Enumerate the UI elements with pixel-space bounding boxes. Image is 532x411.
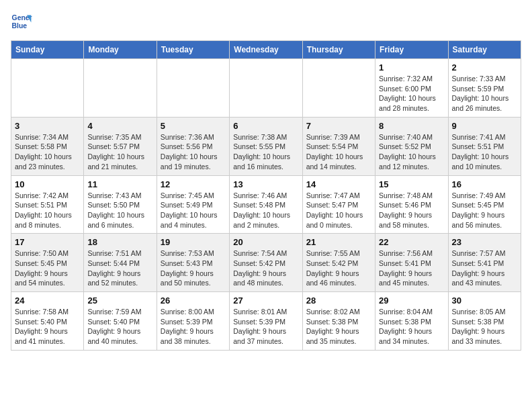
- day-info: Sunrise: 7:43 AM Sunset: 5:50 PM Dayligh…: [87, 191, 152, 230]
- day-info: Sunrise: 7:58 AM Sunset: 5:40 PM Dayligh…: [15, 307, 80, 347]
- calendar-cell: 22Sunrise: 7:56 AM Sunset: 5:41 PM Dayli…: [375, 234, 448, 292]
- day-number: 8: [379, 121, 444, 131]
- day-number: 19: [161, 237, 226, 247]
- calendar-cell: [302, 59, 375, 118]
- day-info: Sunrise: 7:35 AM Sunset: 5:57 PM Dayligh…: [87, 132, 152, 172]
- day-number: 29: [379, 295, 444, 306]
- day-number: 10: [15, 179, 80, 189]
- day-number: 1: [379, 62, 444, 73]
- calendar-week-row: 17Sunrise: 7:50 AM Sunset: 5:45 PM Dayli…: [11, 234, 521, 292]
- calendar-cell: 7Sunrise: 7:39 AM Sunset: 5:54 PM Daylig…: [302, 117, 375, 175]
- day-number: 14: [306, 179, 371, 189]
- calendar-cell: [230, 59, 302, 118]
- calendar-cell: 20Sunrise: 7:54 AM Sunset: 5:42 PM Dayli…: [230, 234, 302, 292]
- calendar-cell: 28Sunrise: 8:02 AM Sunset: 5:38 PM Dayli…: [302, 292, 375, 351]
- day-number: 6: [233, 121, 298, 131]
- weekday-header: Wednesday: [230, 41, 302, 59]
- calendar-table: SundayMondayTuesdayWednesdayThursdayFrid…: [11, 40, 521, 351]
- weekday-header: Tuesday: [157, 41, 229, 59]
- day-info: Sunrise: 7:59 AM Sunset: 5:40 PM Dayligh…: [87, 307, 152, 347]
- day-number: 7: [306, 121, 371, 131]
- day-info: Sunrise: 7:50 AM Sunset: 5:45 PM Dayligh…: [15, 248, 80, 288]
- calendar-cell: 29Sunrise: 8:04 AM Sunset: 5:38 PM Dayli…: [375, 292, 448, 351]
- calendar-cell: 12Sunrise: 7:45 AM Sunset: 5:49 PM Dayli…: [157, 175, 229, 234]
- day-number: 25: [87, 295, 152, 306]
- calendar-cell: 16Sunrise: 7:49 AM Sunset: 5:45 PM Dayli…: [448, 175, 521, 234]
- calendar-cell: 26Sunrise: 8:00 AM Sunset: 5:39 PM Dayli…: [157, 292, 229, 351]
- calendar-cell: 13Sunrise: 7:46 AM Sunset: 5:48 PM Dayli…: [230, 175, 302, 234]
- day-number: 18: [87, 237, 152, 247]
- weekday-header: Thursday: [302, 41, 375, 59]
- calendar-cell: 11Sunrise: 7:43 AM Sunset: 5:50 PM Dayli…: [84, 175, 157, 234]
- calendar-cell: 5Sunrise: 7:36 AM Sunset: 5:56 PM Daylig…: [157, 117, 229, 175]
- day-number: 26: [161, 295, 226, 306]
- calendar-cell: 15Sunrise: 7:48 AM Sunset: 5:46 PM Dayli…: [375, 175, 448, 234]
- calendar-week-row: 24Sunrise: 7:58 AM Sunset: 5:40 PM Dayli…: [11, 292, 521, 351]
- weekday-header: Sunday: [11, 41, 84, 59]
- day-info: Sunrise: 8:01 AM Sunset: 5:39 PM Dayligh…: [233, 307, 298, 347]
- weekday-header-row: SundayMondayTuesdayWednesdayThursdayFrid…: [11, 41, 521, 59]
- day-number: 22: [379, 237, 444, 247]
- calendar-cell: 17Sunrise: 7:50 AM Sunset: 5:45 PM Dayli…: [11, 234, 84, 292]
- day-info: Sunrise: 7:47 AM Sunset: 5:47 PM Dayligh…: [306, 191, 371, 230]
- day-number: 24: [15, 295, 80, 306]
- day-info: Sunrise: 7:36 AM Sunset: 5:56 PM Dayligh…: [161, 132, 226, 172]
- day-number: 3: [15, 121, 80, 131]
- day-info: Sunrise: 8:04 AM Sunset: 5:38 PM Dayligh…: [379, 307, 444, 347]
- day-info: Sunrise: 7:49 AM Sunset: 5:45 PM Dayligh…: [452, 191, 517, 230]
- calendar-week-row: 10Sunrise: 7:42 AM Sunset: 5:51 PM Dayli…: [11, 175, 521, 234]
- day-number: 23: [452, 237, 517, 247]
- day-number: 15: [379, 179, 444, 189]
- day-info: Sunrise: 7:42 AM Sunset: 5:51 PM Dayligh…: [15, 191, 80, 230]
- day-info: Sunrise: 7:45 AM Sunset: 5:49 PM Dayligh…: [161, 191, 226, 230]
- day-number: 30: [452, 295, 517, 306]
- calendar-week-row: 1Sunrise: 7:32 AM Sunset: 6:00 PM Daylig…: [11, 59, 521, 118]
- calendar-cell: 27Sunrise: 8:01 AM Sunset: 5:39 PM Dayli…: [230, 292, 302, 351]
- day-info: Sunrise: 7:51 AM Sunset: 5:44 PM Dayligh…: [87, 248, 152, 288]
- day-number: 27: [233, 295, 298, 306]
- weekday-header: Saturday: [448, 41, 521, 59]
- page-header: General Blue: [11, 11, 521, 32]
- calendar-cell: 23Sunrise: 7:57 AM Sunset: 5:41 PM Dayli…: [448, 234, 521, 292]
- calendar-cell: 4Sunrise: 7:35 AM Sunset: 5:57 PM Daylig…: [84, 117, 157, 175]
- calendar-cell: 14Sunrise: 7:47 AM Sunset: 5:47 PM Dayli…: [302, 175, 375, 234]
- day-info: Sunrise: 7:46 AM Sunset: 5:48 PM Dayligh…: [233, 191, 298, 230]
- calendar-cell: 6Sunrise: 7:38 AM Sunset: 5:55 PM Daylig…: [230, 117, 302, 175]
- day-info: Sunrise: 7:34 AM Sunset: 5:58 PM Dayligh…: [15, 132, 80, 172]
- day-number: 17: [15, 237, 80, 247]
- calendar-cell: 18Sunrise: 7:51 AM Sunset: 5:44 PM Dayli…: [84, 234, 157, 292]
- logo-icon: General Blue: [11, 11, 32, 32]
- calendar-cell: 9Sunrise: 7:41 AM Sunset: 5:51 PM Daylig…: [448, 117, 521, 175]
- day-number: 21: [306, 237, 371, 247]
- day-info: Sunrise: 7:41 AM Sunset: 5:51 PM Dayligh…: [452, 132, 517, 172]
- day-info: Sunrise: 7:32 AM Sunset: 6:00 PM Dayligh…: [379, 74, 444, 113]
- day-info: Sunrise: 8:02 AM Sunset: 5:38 PM Dayligh…: [306, 307, 371, 347]
- logo: General Blue: [11, 11, 32, 32]
- day-info: Sunrise: 7:48 AM Sunset: 5:46 PM Dayligh…: [379, 191, 444, 230]
- day-number: 4: [87, 121, 152, 131]
- calendar-cell: 10Sunrise: 7:42 AM Sunset: 5:51 PM Dayli…: [11, 175, 84, 234]
- calendar-cell: [11, 59, 84, 118]
- day-info: Sunrise: 7:55 AM Sunset: 5:42 PM Dayligh…: [306, 248, 371, 288]
- weekday-header: Friday: [375, 41, 448, 59]
- calendar-cell: 30Sunrise: 8:05 AM Sunset: 5:38 PM Dayli…: [448, 292, 521, 351]
- calendar-cell: 3Sunrise: 7:34 AM Sunset: 5:58 PM Daylig…: [11, 117, 84, 175]
- day-number: 2: [452, 62, 517, 73]
- calendar-week-row: 3Sunrise: 7:34 AM Sunset: 5:58 PM Daylig…: [11, 117, 521, 175]
- day-info: Sunrise: 8:00 AM Sunset: 5:39 PM Dayligh…: [161, 307, 226, 347]
- calendar-cell: 19Sunrise: 7:53 AM Sunset: 5:43 PM Dayli…: [157, 234, 229, 292]
- day-number: 11: [87, 179, 152, 189]
- calendar-cell: 8Sunrise: 7:40 AM Sunset: 5:52 PM Daylig…: [375, 117, 448, 175]
- day-info: Sunrise: 7:39 AM Sunset: 5:54 PM Dayligh…: [306, 132, 371, 172]
- day-number: 13: [233, 179, 298, 189]
- day-info: Sunrise: 7:38 AM Sunset: 5:55 PM Dayligh…: [233, 132, 298, 172]
- calendar-cell: 1Sunrise: 7:32 AM Sunset: 6:00 PM Daylig…: [375, 59, 448, 118]
- day-number: 16: [452, 179, 517, 189]
- day-number: 20: [233, 237, 298, 247]
- weekday-header: Monday: [84, 41, 157, 59]
- calendar-cell: 25Sunrise: 7:59 AM Sunset: 5:40 PM Dayli…: [84, 292, 157, 351]
- day-number: 5: [161, 121, 226, 131]
- day-number: 9: [452, 121, 517, 131]
- day-info: Sunrise: 7:57 AM Sunset: 5:41 PM Dayligh…: [452, 248, 517, 288]
- day-info: Sunrise: 7:40 AM Sunset: 5:52 PM Dayligh…: [379, 132, 444, 172]
